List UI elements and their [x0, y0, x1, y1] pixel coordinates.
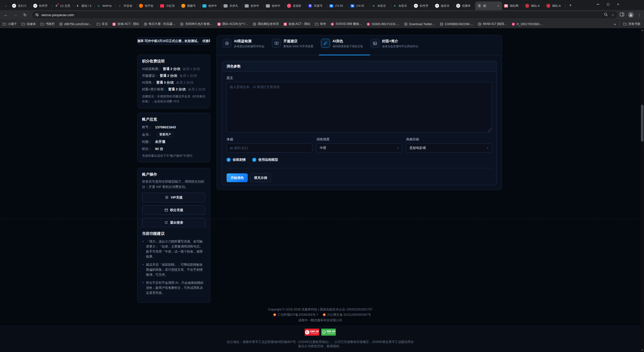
tab-search-icon[interactable]: ⌄	[2, 2, 10, 9]
browser-tab[interactable]: S优雅草	[454, 2, 475, 10]
bookmark-item[interactable]: 音乐	[96, 22, 108, 26]
bookmark-label: CARIBBEANCOM-…	[445, 22, 473, 26]
bookmark-item[interactable]: 萌站网址发布页	[253, 22, 279, 26]
chevron-down-icon: ∨	[487, 146, 489, 150]
keep-plot-checkbox[interactable]: ✓ 保留剧情	[227, 158, 246, 162]
bookmark-item[interactable]: Download Twitter…	[404, 22, 435, 26]
bookmark-item[interactable]: 无码99久热只有精…	[180, 22, 212, 26]
tab-close-icon[interactable]: ✕	[496, 4, 500, 8]
bookmark-item[interactable]: 小圆子	[3, 22, 17, 26]
minimize-button[interactable]	[596, 3, 600, 6]
bookmark-label: H_1651Y00268A…	[517, 22, 543, 26]
search-lens-icon[interactable]	[604, 13, 608, 17]
browser-tab[interactable]: ✿AI音乐	[391, 2, 412, 10]
forward-icon[interactable]: →	[12, 11, 19, 19]
scrollbar-thumb[interactable]	[641, 105, 643, 142]
genre-input[interactable]	[227, 143, 312, 152]
back-icon[interactable]: ←	[2, 11, 10, 19]
browser-tab[interactable]: ✿AI音乐	[370, 2, 391, 10]
browser-tab[interactable]: 小红书	[158, 2, 179, 10]
close-window-button[interactable]: ✕	[616, 3, 620, 6]
start-polish-button[interactable]: 开始润色	[227, 173, 248, 182]
browser-tab[interactable]: ✳玄幻小	[10, 2, 31, 10]
maximize-button[interactable]	[606, 3, 610, 6]
bookmark-label: 每日大赛 - 吃瓜爆…	[149, 22, 176, 26]
browser-tab[interactable]: 创作中	[264, 2, 285, 10]
browser-tab[interactable]: ♪抖音创	[116, 2, 137, 10]
browser-tab[interactable]: X通知 / X	[74, 2, 95, 10]
tab-label: 创作中	[251, 4, 262, 8]
tab-ai-polish[interactable]: AI润色 保持剧情前提下强化文笔	[321, 39, 363, 55]
scroll-down-icon[interactable]: ▼	[641, 348, 643, 352]
bookmark-item[interactable]: MIAB-417 [喝我…	[478, 22, 507, 26]
reload-icon[interactable]: ↻	[21, 11, 29, 19]
bookmark-item[interactable]: 萌游戏-ACT - 萌站	[112, 22, 139, 26]
browser-tab[interactable]: 知(73 封	[327, 2, 348, 10]
site-settings-icon[interactable]	[35, 13, 39, 16]
browser-tab[interactable]: 知(74 封	[348, 2, 370, 10]
bookmark-item[interactable]: SDMS-993 FUCK-…	[367, 22, 400, 26]
police-link[interactable]: 川公网安备 51011402000287号	[327, 313, 371, 317]
address-bar[interactable]: xiezuo.youyacao.com ☆	[32, 11, 617, 18]
bookmark-item[interactable]: 萌萌站-ACGN |\(^▽…	[217, 22, 248, 26]
browser-tab[interactable]: 卓伊凡	[222, 2, 243, 10]
tab-favicon: 知	[329, 4, 333, 8]
browser-tab[interactable]: S优✕	[475, 2, 502, 10]
bookmark-item[interactable]: 每日大赛 - 吃瓜爆…	[144, 22, 176, 26]
browser-tab[interactable]: X(1) 主页	[52, 2, 74, 10]
meng-site-icon: 萌	[283, 22, 287, 26]
browser-tab[interactable]: 百百家号	[306, 2, 327, 10]
tab-cover-blurb[interactable]: 封面+简介 读者点击意愿与平台风控评估	[371, 39, 418, 55]
points-recharge-button[interactable]: 积分充值	[142, 205, 205, 215]
browser-tab[interactable]: 创作中	[200, 2, 222, 10]
all-bookmarks-button[interactable]: 所有书签	[623, 22, 640, 26]
bookmark-item[interactable]: 书签栏	[40, 22, 55, 26]
browser-tab[interactable]: ✳做音乐	[433, 2, 454, 10]
browser-tab[interactable]: 皮皮虾	[285, 2, 306, 10]
tip-item: 「强力」适合大刀阔斧重写语感、改写幅度更大；「轻度」主要微调用词和句式。新手可先…	[142, 239, 205, 259]
menu-dots-icon[interactable]: ⋮	[638, 13, 641, 17]
tab-opening-advice[interactable]: 开篇建议 聚焦前 6000 字开局质量	[272, 39, 313, 55]
bookmark-item[interactable]: d96756.com/Enter…	[59, 22, 92, 26]
browser-tab[interactable]: ✳软件开	[31, 2, 52, 10]
browser-tab[interactable]: 萌站-A	[523, 2, 544, 10]
scroll-up-icon[interactable]: ▲	[641, 28, 643, 32]
bookmark-item[interactable]: 猎奇	[315, 22, 326, 26]
browser-tab[interactable]: ✳软件开	[412, 2, 433, 10]
bookmark-item[interactable]: SVDVD-898 魔镜…	[331, 22, 362, 26]
browser-tab[interactable]: 萌站-A	[544, 2, 565, 10]
bookmarks-overflow-icon[interactable]: »	[614, 22, 616, 26]
browser-tab[interactable]: 萌萌站网	[502, 2, 523, 10]
icp-link[interactable]: 工信部蜀ICP备10036293号-7	[277, 313, 318, 317]
footer-strip: C 优雅草·正版 ★★★★★ 优雅草·正版 ★★★★★ 办公地址：成都市青羊工业…	[0, 326, 640, 352]
fill-example-button[interactable]: 填充示例	[250, 173, 271, 182]
style-select[interactable]: 悬疑电影感 ∨	[406, 143, 492, 152]
bookmark-item[interactable]: CARIBBEANCOM-…	[440, 22, 473, 26]
genuine-badge-red[interactable]: C 优雅草·正版 ★★★★★	[305, 329, 319, 336]
logout-button[interactable]: 退出登录	[142, 218, 205, 227]
pricing-row: AI润色：普通 3 分/次会员 2 分/次	[142, 80, 205, 85]
bookmark-star-icon[interactable]: ☆	[611, 13, 614, 17]
side-panel-icon[interactable]	[620, 13, 624, 17]
remote-model-checkbox[interactable]: ✓ 使用远程模型	[252, 158, 278, 162]
profile-avatar[interactable]	[628, 12, 634, 18]
browser-tab[interactable]: ◎WePok	[95, 2, 116, 10]
strength-select[interactable]: 中度 ∨	[316, 143, 402, 152]
new-tab-button[interactable]: +	[567, 2, 574, 9]
url-text[interactable]: xiezuo.youyacao.com	[41, 13, 604, 17]
bookmark-item[interactable]: 自媒体	[21, 22, 36, 26]
bookmark-item[interactable]: H_1651Y00268A…	[512, 22, 543, 26]
tab-favicon	[245, 4, 249, 8]
page-scrollbar[interactable]: ▲ ▼	[640, 28, 644, 352]
browser-tab[interactable]: 创作中	[243, 2, 264, 10]
tab-ai-detect[interactable]: AI痕迹检测 多维度识别机械写作特征	[222, 39, 264, 55]
genuine-badge-green[interactable]: 优雅草·正版 ★★★★★	[321, 329, 336, 336]
vip-recharge-button[interactable]: VIP充值	[142, 193, 205, 202]
browser-tab[interactable]: 快手创	[137, 2, 158, 10]
bookmark-item[interactable]: 萌游戏-ACT - 萌站	[283, 22, 310, 26]
tab-favicon	[139, 4, 143, 8]
tab-favicon: 百	[308, 4, 312, 8]
style-field: 风格目标 悬疑电影感 ∨	[406, 137, 492, 152]
browser-tab[interactable]: 视频号	[179, 2, 200, 10]
source-textarea[interactable]	[227, 82, 492, 132]
